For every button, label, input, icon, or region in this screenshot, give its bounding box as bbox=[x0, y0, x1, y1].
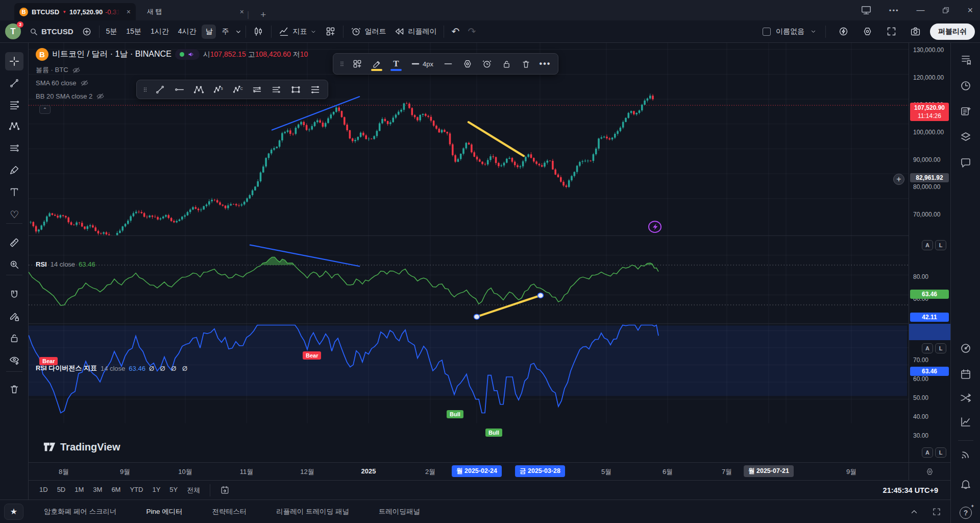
help-button[interactable]: ?✦ bbox=[958, 505, 973, 520]
palette-disjoint-channel[interactable] bbox=[247, 81, 266, 98]
delete-all-tool[interactable] bbox=[5, 380, 23, 398]
bb-hidden-eye-icon[interactable] bbox=[96, 92, 105, 101]
tf-1h[interactable]: 1시간 bbox=[147, 25, 173, 39]
data-feed-signal-icon[interactable] bbox=[958, 447, 973, 462]
publish-button[interactable]: 퍼블리쉬 bbox=[930, 23, 975, 40]
sma-hidden-eye-icon[interactable] bbox=[80, 79, 89, 87]
range-3m[interactable]: 3M bbox=[88, 484, 107, 497]
fullscreen-button[interactable] bbox=[882, 23, 901, 39]
range-1m[interactable]: 1M bbox=[70, 484, 88, 497]
palette-pitchfork[interactable] bbox=[189, 81, 208, 98]
zoom-in-tool[interactable] bbox=[5, 255, 23, 274]
trend-line-tool[interactable] bbox=[5, 74, 23, 92]
range-5d[interactable]: 5D bbox=[53, 484, 70, 497]
range-6m[interactable]: 6M bbox=[107, 484, 125, 497]
browser-menu-icon[interactable]: ••• bbox=[889, 7, 899, 14]
text-color-button[interactable]: T bbox=[386, 55, 406, 73]
chart-canvas[interactable]: B 비트코인 / 달러 · 1날 · BINANCE 시107,852.15 고… bbox=[29, 43, 909, 462]
chat-panel-icon[interactable] bbox=[958, 155, 973, 171]
bottom-tab-2[interactable]: Pine 에디터 bbox=[140, 504, 189, 519]
palette-pattern-ac[interactable]: C bbox=[228, 81, 247, 98]
tf-5m[interactable]: 5분 bbox=[103, 25, 121, 39]
magnet-tool[interactable] bbox=[5, 286, 23, 304]
add-alert-on-drawing-button[interactable] bbox=[477, 55, 497, 73]
palette-drag-handle[interactable] bbox=[140, 81, 150, 98]
templates-button[interactable] bbox=[348, 55, 367, 73]
layout-checkbox[interactable] bbox=[763, 28, 771, 36]
range-1d[interactable]: 1D bbox=[35, 484, 53, 497]
line-color-button[interactable] bbox=[367, 55, 386, 73]
indicators-button[interactable]: 지표 bbox=[275, 23, 321, 39]
chart-style-button[interactable] bbox=[249, 23, 268, 39]
minimize-icon[interactable]: — bbox=[916, 6, 924, 15]
panel-expand-icon[interactable] bbox=[910, 507, 919, 516]
clock-timezone[interactable]: 21:45:34 UTC+9 bbox=[883, 486, 938, 494]
bottom-tab-1[interactable]: 암호화폐 페어 스크리너 bbox=[38, 504, 123, 519]
lock-drawing-button[interactable] bbox=[497, 55, 516, 73]
fib-retracement-tool[interactable] bbox=[5, 96, 23, 114]
crosshair-tool[interactable] bbox=[5, 52, 23, 70]
quick-search-button[interactable] bbox=[834, 23, 853, 39]
tf-1w[interactable]: 주 bbox=[218, 25, 232, 39]
delete-drawing-button[interactable] bbox=[516, 55, 535, 73]
redo-button[interactable]: ↷ bbox=[463, 23, 480, 40]
long-short-position-tool[interactable] bbox=[5, 139, 23, 157]
new-tab-close-icon[interactable]: × bbox=[240, 8, 244, 16]
compare-add-button[interactable] bbox=[78, 24, 96, 39]
tab-new[interactable]: 새 탭 × bbox=[147, 3, 244, 20]
lock-all-drawings-tool[interactable] bbox=[5, 329, 23, 347]
bottom-tab-4[interactable]: 리플레이 트레이딩 패널 bbox=[270, 504, 355, 519]
tradingview-logo[interactable]: TradingView bbox=[43, 440, 120, 454]
add-alert-plus-icon[interactable]: + bbox=[893, 174, 904, 185]
alert-button[interactable]: 얼러트 bbox=[347, 23, 390, 39]
tab-close-icon[interactable]: × bbox=[127, 8, 131, 16]
auto-scale-button[interactable]: A bbox=[922, 447, 933, 458]
drawing-settings-button[interactable] bbox=[458, 55, 477, 73]
range-전체[interactable]: 전체 bbox=[182, 484, 205, 497]
layout-name[interactable]: 이름없음 bbox=[776, 27, 804, 36]
notifications-bell-icon[interactable] bbox=[958, 476, 973, 491]
stay-drawing-mode-tool[interactable] bbox=[5, 307, 23, 326]
hide-drawings-tool[interactable] bbox=[5, 351, 23, 369]
time-axis[interactable]: 8월9월10월11월12월20252월5월6월7월9월월 2025-02-24금… bbox=[29, 462, 909, 480]
palette-elliott-15[interactable]: 5 bbox=[208, 81, 228, 98]
time-axis-settings[interactable] bbox=[909, 462, 950, 480]
snapshot-button[interactable] bbox=[906, 23, 925, 39]
range-1y[interactable]: 1Y bbox=[148, 484, 165, 497]
toolbar-drag-handle[interactable] bbox=[336, 55, 348, 73]
more-options-button[interactable]: ••• bbox=[535, 55, 555, 73]
add-tab-icon[interactable]: + bbox=[260, 9, 266, 20]
settings-button[interactable] bbox=[858, 23, 877, 39]
bottom-tab-5[interactable]: 트레이딩패널 bbox=[373, 504, 426, 519]
cast-screen-icon[interactable] bbox=[861, 5, 872, 16]
strategy-panel-icon[interactable] bbox=[958, 390, 973, 406]
grid-layout-button[interactable] bbox=[321, 23, 340, 39]
divergence-legend[interactable]: RSI 다이버전스 지표 14 close 63.46 Ø Ø Ø Ø bbox=[36, 364, 189, 373]
symbol-title[interactable]: 비트코인 / 달러 · 1날 · BINANCE bbox=[52, 49, 172, 60]
volume-hidden-eye-icon[interactable] bbox=[72, 66, 81, 75]
palette-trend-line[interactable] bbox=[150, 81, 169, 98]
log-scale-button[interactable]: L bbox=[935, 343, 946, 353]
palette-rectangle[interactable] bbox=[286, 81, 305, 98]
restore-icon[interactable] bbox=[942, 6, 950, 14]
range-5y[interactable]: 5Y bbox=[165, 484, 182, 497]
layout-chevron-icon[interactable] bbox=[810, 28, 817, 35]
chart-plot[interactable] bbox=[29, 43, 909, 462]
screener-radar-icon[interactable] bbox=[958, 341, 973, 356]
legend-collapse-button[interactable]: ⌃ bbox=[39, 105, 51, 114]
price-axis[interactable]: 130,000.00120,000.00110,000.00100,000.00… bbox=[909, 43, 950, 462]
close-window-icon[interactable]: × bbox=[967, 5, 973, 16]
brush-tool[interactable] bbox=[5, 161, 23, 179]
symbol-search-button[interactable]: BTCUSD bbox=[25, 25, 78, 39]
favorites-star-button[interactable]: ★ bbox=[4, 504, 23, 520]
bottom-tab-3[interactable]: 전략테스터 bbox=[206, 504, 253, 519]
legend-sma[interactable]: SMA 60 close bbox=[36, 79, 89, 87]
tf-1d-selected[interactable]: 날 bbox=[202, 25, 216, 39]
rsi-legend[interactable]: RSI 14 close 63.46 bbox=[36, 260, 95, 268]
calendar-panel-icon[interactable] bbox=[958, 367, 973, 382]
tf-15m[interactable]: 15분 bbox=[122, 25, 145, 39]
undo-button[interactable]: ↶ bbox=[447, 23, 463, 40]
auto-scale-button[interactable]: A bbox=[922, 240, 933, 250]
forecast-panel-icon[interactable] bbox=[958, 414, 973, 430]
ruler-tool[interactable] bbox=[5, 233, 23, 252]
